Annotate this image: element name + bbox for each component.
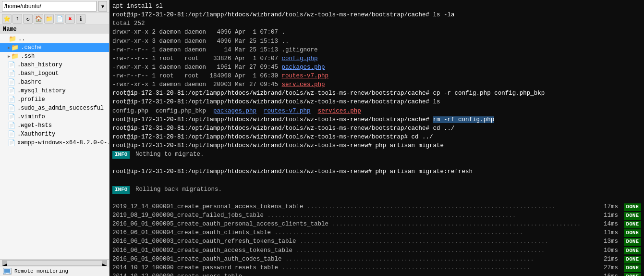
list-item[interactable]: 📄 .Xauthority	[0, 130, 109, 138]
list-item[interactable]: 📄 xampp-windows-x64-8.2.0-0-...	[0, 138, 109, 147]
terminal-line: 2016_06_01_000002_create_oauth_access_to…	[112, 246, 641, 255]
terminal-line: -rw-r--r-- 1 root root 184068 Apr 1 06:3…	[112, 72, 641, 80]
terminal-line: INFO Nothing to migrate.	[112, 150, 641, 159]
done-badge: DONE	[624, 203, 641, 211]
monitor-bar: Remote monitoring	[0, 266, 109, 276]
list-item[interactable]: 📄 .viminfo	[0, 113, 109, 121]
svg-rect-0	[4, 269, 11, 273]
file-browser-panel: ▼ ⭐ ↑ ↻ 🏠 📁 📄 ✖ ℹ Name 📁 .. ▶ 📁 .cache ▶…	[0, 0, 109, 276]
path-input[interactable]	[2, 1, 97, 12]
file-icon: 📄	[8, 113, 15, 121]
scroll-left-button[interactable]: ◀	[2, 261, 7, 266]
terminal-line: -rwxr-xr-x 1 daemon daemon 1961 Mar 27 0…	[112, 63, 641, 72]
terminal-line: -rw-r--r-- 1 root root 33826 Apr 1 07:07…	[112, 54, 641, 63]
delete-icon[interactable]: ✖	[65, 14, 75, 24]
folder-icon[interactable]: 📁	[44, 14, 54, 24]
terminal-panel[interactable]: apt install sl root@ip-172-31-20-81:/opt…	[109, 0, 644, 276]
info-icon[interactable]: ℹ	[76, 14, 85, 24]
terminal-line: INFO Rolling back migrations.	[112, 185, 641, 194]
file-icon: 📄	[8, 78, 15, 86]
list-item[interactable]: ▶ 📁 .ssh	[0, 52, 109, 61]
file-icon: 📄	[8, 139, 15, 147]
list-item[interactable]: 📁 ..	[0, 35, 109, 43]
terminal-line	[112, 194, 641, 202]
file-icon: 📄	[8, 130, 15, 138]
terminal-line	[112, 176, 641, 185]
terminal-line: total 252	[112, 19, 641, 28]
terminal-line: 2019_12_14_000001_create_personal_access…	[112, 202, 641, 211]
list-item[interactable]: 📄 .bash_history	[0, 61, 109, 69]
terminal-line: -rwxr-xr-x 1 daemon daemon 20003 Mar 27 …	[112, 80, 641, 89]
list-item[interactable]: 📄 .mysql_history	[0, 87, 109, 95]
up-icon[interactable]: ↑	[12, 14, 22, 24]
path-header: ▼	[0, 0, 109, 13]
terminal-line: -rw-r--r-- 1 daemon daemon 14 Mar 25 15:…	[112, 46, 641, 54]
file-icon: 📄	[8, 61, 15, 69]
list-item[interactable]: ▶ 📁 .cache	[0, 43, 109, 52]
name-column-header: Name	[0, 25, 109, 34]
folder-icon: 📁	[9, 35, 16, 43]
file-icon: 📄	[8, 87, 15, 95]
list-item[interactable]: 📄 .bashrc	[0, 78, 109, 87]
monitor-icon	[3, 268, 12, 275]
terminal-line: 2019_08_19_000000_create_failed_jobs_tab…	[112, 211, 641, 220]
terminal-line: 2016_06_01_000003_create_oauth_refresh_t…	[112, 237, 641, 246]
info-badge: INFO	[112, 186, 130, 194]
list-item[interactable]: 📄 .wget-hsts	[0, 121, 109, 130]
terminal-line: apt install sl	[112, 2, 641, 11]
terminal-line: root@ip-172-31-20-81:/opt/lampp/htdocs/w…	[112, 124, 641, 133]
terminal-line: root@ip-172-31-20-81:/opt/lampp/htdocs/w…	[112, 11, 641, 19]
terminal-line: root@ip-172-31-20-81:/opt/lampp/htdocs/w…	[112, 133, 641, 141]
home-icon[interactable]: 🏠	[34, 14, 43, 24]
file-tree: 📁 .. ▶ 📁 .cache ▶ 📁 .ssh 📄 .bash_history…	[0, 34, 109, 259]
info-badge: INFO	[112, 151, 130, 159]
horizontal-scrollbar[interactable]: ◀ ▶	[0, 259, 109, 266]
list-item[interactable]: 📄 .bash_logout	[0, 69, 109, 78]
terminal-line: 2016_06_01_000004_create_oauth_clients_t…	[112, 228, 641, 237]
file-toolbar: ⭐ ↑ ↻ 🏠 📁 📄 ✖ ℹ	[0, 13, 109, 25]
terminal-line: 2014_10_12_100000_create_password_resets…	[112, 263, 641, 272]
list-item[interactable]: 📄 .profile	[0, 95, 109, 104]
expand-arrow: ▶	[8, 54, 10, 59]
terminal-line: drwxr-xr-x 2 daemon daemon 4096 Apr 1 07…	[112, 28, 641, 37]
terminal-line: root@ip-172-31-20-81:/opt/lampp/htdocs/w…	[112, 115, 641, 124]
folder-icon: 📁	[11, 52, 19, 60]
scroll-right-button[interactable]: ▶	[102, 261, 107, 266]
new-file-icon[interactable]: 📄	[55, 14, 64, 24]
terminal-line: drwxr-xr-x 3 daemon daemon 4096 Mar 25 1…	[112, 37, 641, 46]
terminal-line: root@ip-172-31-20-81:/opt/lampp/htdocs/w…	[112, 98, 641, 106]
terminal-line: 2016_06_01_000001_create_oauth_auth_code…	[112, 255, 641, 263]
terminal-line: 2016_06_01_000005_create_oauth_personal_…	[112, 220, 641, 228]
terminal-line	[112, 159, 641, 167]
file-icon: 📄	[8, 104, 15, 112]
terminal-line: root@ip-172-31-20-81:/opt/lampp/htdocs/w…	[112, 167, 641, 176]
svg-rect-1	[6, 273, 9, 274]
terminal-line: config.php config.php_bkp packages.php r…	[112, 107, 641, 115]
refresh-icon[interactable]: ↻	[23, 14, 33, 24]
file-icon: 📄	[8, 96, 15, 103]
star-icon[interactable]: ⭐	[2, 14, 12, 24]
path-dropdown-button[interactable]: ▼	[98, 1, 107, 12]
list-item[interactable]: 📄 .sudo_as_admin_successful	[0, 104, 109, 113]
file-icon: 📄	[8, 122, 15, 129]
terminal-line: root@ip-172-31-20-81:/opt/lampp/htdocs/w…	[112, 141, 641, 150]
file-icon: 📄	[8, 70, 15, 77]
folder-icon: 📁	[11, 44, 19, 51]
monitor-label: Remote monitoring	[14, 268, 68, 274]
terminal-line: 2014_10_12_000000_create_users_table ...…	[112, 272, 641, 276]
terminal-line: root@ip-172-31-20-81:/opt/lampp/htdocs/w…	[112, 89, 641, 98]
expand-arrow: ▶	[8, 45, 10, 50]
